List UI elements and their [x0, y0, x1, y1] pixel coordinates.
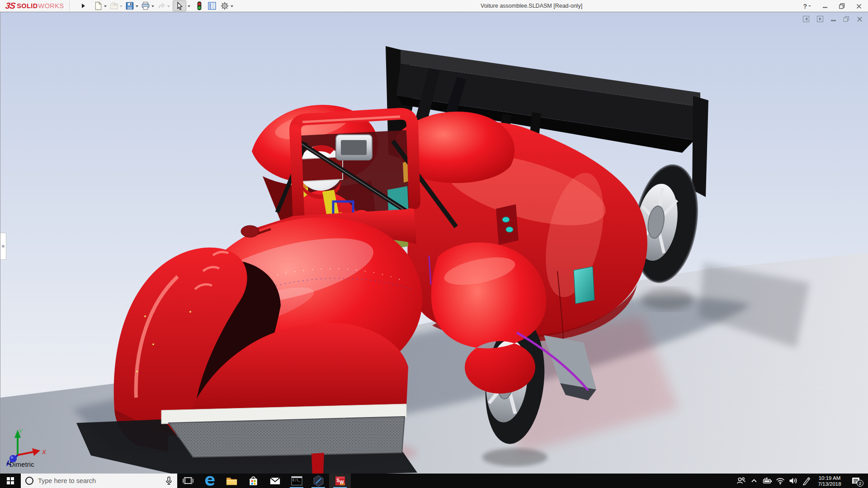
- volume-icon: [788, 477, 798, 485]
- dropdown-caret-icon[interactable]: [188, 5, 190, 7]
- collapsed-panel-tab[interactable]: [0, 233, 6, 260]
- door-window-teal: [574, 267, 594, 304]
- window-controls: ?: [803, 0, 862, 12]
- taskbar: C:\_ SW2017: [0, 474, 868, 488]
- new-document-icon: [94, 1, 103, 10]
- mail-icon: [269, 475, 281, 487]
- helmet-visor: [298, 157, 343, 182]
- menu-expand-arrow-icon[interactable]: [80, 1, 87, 10]
- print-button[interactable]: [141, 0, 156, 11]
- hidden-icons-button[interactable]: [747, 474, 760, 488]
- doc-minimize-icon[interactable]: [831, 17, 836, 21]
- wheel-reflection: [482, 448, 547, 466]
- battery-button[interactable]: [760, 474, 774, 488]
- next-pane-icon[interactable]: [817, 16, 823, 22]
- dropdown-caret-icon[interactable]: [120, 5, 123, 7]
- ds-logo-mark: 3S: [5, 1, 15, 11]
- hidden-icons-chevron-icon: [750, 478, 758, 484]
- edge-button[interactable]: [199, 474, 221, 488]
- title-bar: 3S SOLID WORKS: [0, 0, 868, 12]
- previous-pane-icon[interactable]: [803, 16, 809, 22]
- close-icon: [856, 4, 862, 9]
- solidworks-2017-button[interactable]: SW2017: [329, 474, 351, 488]
- clock-time: 10:19 AM: [813, 475, 846, 481]
- microphone-icon[interactable]: [165, 476, 173, 485]
- wifi-button[interactable]: [774, 474, 787, 488]
- battery-icon: [762, 476, 773, 485]
- command-prompt-icon: C:\_: [291, 475, 303, 487]
- dropdown-caret-icon[interactable]: [167, 5, 170, 7]
- edge-icon: [204, 475, 216, 487]
- logo-text-works: WORKS: [38, 2, 64, 9]
- properties-list-icon: [208, 1, 217, 10]
- file-properties-button[interactable]: [207, 0, 217, 11]
- view-orientation-label: *Dimetric: [7, 461, 34, 468]
- restore-icon: [839, 3, 845, 9]
- file-explorer-icon: [226, 475, 238, 487]
- side-mirror: [241, 225, 259, 237]
- mail-button[interactable]: [264, 474, 286, 488]
- undo-arrow-icon: [157, 1, 166, 10]
- close-button[interactable]: [856, 0, 862, 12]
- document-window-controls: [803, 16, 863, 22]
- wifi-icon: [775, 477, 785, 485]
- select-tool-button[interactable]: [172, 0, 192, 11]
- taskbar-clock[interactable]: 10:19 AM 7/13/2018: [813, 475, 846, 487]
- dropdown-caret-icon: [808, 5, 811, 7]
- undo-button[interactable]: [156, 0, 172, 11]
- select-active-frame: [173, 0, 186, 11]
- windscreen-pillar: [295, 130, 299, 222]
- triad-y-label: Y: [19, 428, 23, 435]
- open-button[interactable]: [109, 0, 124, 11]
- windows-ink-button[interactable]: [800, 474, 813, 488]
- file-explorer-button[interactable]: [221, 474, 242, 488]
- windows-ink-icon: [802, 476, 811, 485]
- teal-button: [502, 217, 509, 222]
- composer-hexagon-button[interactable]: [307, 474, 329, 488]
- command-prompt-button[interactable]: C:\_: [286, 474, 307, 488]
- side-panel: [496, 204, 519, 245]
- task-view-icon: [182, 475, 194, 487]
- restore-button[interactable]: [839, 0, 845, 12]
- triad-x-label: X: [42, 449, 47, 455]
- help-button[interactable]: ?: [803, 0, 811, 12]
- doc-restore-icon[interactable]: [844, 16, 849, 22]
- cortana-icon: [25, 477, 33, 485]
- minimize-button[interactable]: [822, 0, 828, 12]
- clock-date: 7/13/2018: [813, 481, 846, 487]
- volume-button[interactable]: [787, 474, 800, 488]
- people-icon: [736, 476, 746, 485]
- cmd-label: C:\_: [292, 478, 301, 482]
- dropdown-caret-icon[interactable]: [151, 5, 154, 7]
- new-document-button[interactable]: [93, 0, 108, 11]
- microsoft-store-icon: [247, 475, 259, 487]
- action-center-button[interactable]: 2: [846, 474, 865, 488]
- logo-separator: [69, 1, 70, 11]
- doc-close-icon[interactable]: [857, 16, 863, 22]
- gear-icon: [220, 1, 229, 10]
- dropdown-caret-icon[interactable]: [136, 5, 138, 7]
- start-button[interactable]: [0, 474, 21, 488]
- graphics-viewport[interactable]: Y X *Dimetric: [0, 12, 868, 474]
- dropdown-caret-icon[interactable]: [104, 5, 107, 7]
- people-button[interactable]: [734, 474, 747, 488]
- notification-badge: 2: [857, 480, 863, 487]
- teal-button: [506, 227, 513, 232]
- mirror-glass: [341, 140, 367, 155]
- taskbar-search[interactable]: [21, 474, 177, 488]
- save-button[interactable]: [125, 0, 140, 11]
- help-icon: ?: [803, 3, 807, 10]
- save-floppy-icon: [125, 1, 134, 10]
- search-input[interactable]: [38, 477, 160, 484]
- rebuild-button[interactable]: [194, 0, 204, 11]
- options-button[interactable]: [220, 0, 235, 11]
- windows-logo-icon: [7, 477, 14, 484]
- task-view-button[interactable]: [177, 474, 199, 488]
- dropdown-caret-icon[interactable]: [231, 5, 233, 7]
- microsoft-store-button[interactable]: [242, 474, 264, 488]
- sw-year: 2017: [340, 483, 345, 485]
- composer-hexagon-icon: [312, 475, 325, 487]
- 3d-scene[interactable]: [0, 12, 868, 474]
- printer-icon: [141, 1, 150, 10]
- solidworks-logo: 3S SOLID WORKS: [5, 0, 70, 12]
